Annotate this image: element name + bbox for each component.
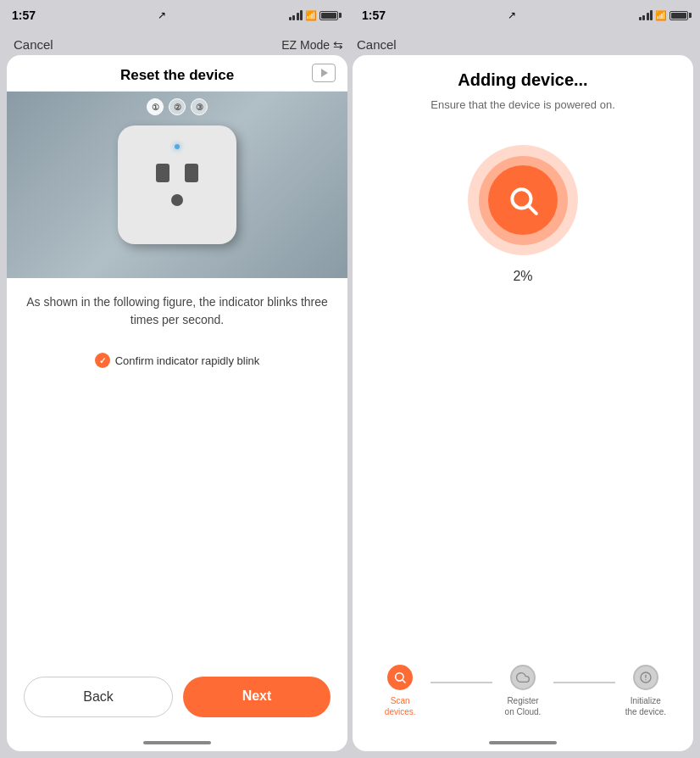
step-connector-2 bbox=[553, 682, 614, 683]
ez-mode-icon: ⇆ bbox=[333, 38, 343, 52]
step-cloud-icon bbox=[510, 665, 536, 690]
right-panel: Adding device... Ensure that the device … bbox=[353, 55, 693, 751]
search-icon bbox=[507, 184, 539, 216]
plug-slots bbox=[156, 164, 198, 182]
left-wifi-icon: 📶 bbox=[305, 10, 317, 21]
confirm-row: ✓ Confirm indicator rapidly blink bbox=[7, 344, 347, 376]
svg-line-1 bbox=[529, 206, 536, 214]
right-signal-group: 📶 bbox=[639, 10, 689, 21]
left-signal-bars bbox=[289, 10, 303, 20]
step-scan-icon bbox=[387, 665, 413, 690]
step-dot-1: ① bbox=[147, 98, 164, 115]
step-initialize-device: Initializethe device. bbox=[615, 665, 676, 717]
plug-led-indicator bbox=[175, 144, 180, 149]
main-area: Reset the device ① ② ③ bbox=[0, 55, 700, 758]
right-battery-icon bbox=[669, 11, 688, 20]
device-image-area: ① ② ③ bbox=[7, 92, 347, 278]
description-text: As shown in the following figure, the in… bbox=[7, 278, 347, 344]
left-panel: Reset the device ① ② ③ bbox=[7, 55, 347, 751]
progress-percentage: 2% bbox=[513, 269, 532, 284]
right-arrow-icon: ↗ bbox=[508, 9, 516, 21]
left-time: 1:57 bbox=[12, 8, 36, 22]
search-circle-middle bbox=[479, 156, 568, 245]
step-connector-1 bbox=[431, 682, 492, 683]
right-time: 1:57 bbox=[362, 8, 386, 22]
search-circle-inner bbox=[488, 165, 558, 235]
step-init-label: Initializethe device. bbox=[625, 695, 666, 717]
reset-device-title: Reset the device bbox=[120, 67, 234, 84]
right-status-bar: 1:57 ↗ 📶 bbox=[350, 0, 700, 31]
right-home-indicator bbox=[353, 734, 693, 751]
step-init-icon bbox=[633, 665, 658, 690]
device-image-bg bbox=[7, 92, 347, 278]
plug-ground bbox=[171, 194, 183, 206]
left-cancel-button[interactable]: Cancel bbox=[14, 37, 53, 52]
powered-on-subtitle: Ensure that the device is powered on. bbox=[353, 95, 693, 120]
search-circle-outer bbox=[468, 145, 578, 255]
step-dot-3: ③ bbox=[191, 98, 208, 115]
left-signal-group: 📶 bbox=[289, 10, 339, 21]
back-button[interactable]: Back bbox=[24, 677, 173, 717]
nav-bars: Cancel EZ Mode ⇆ Cancel bbox=[0, 31, 700, 55]
confirm-check-icon: ✓ bbox=[95, 353, 110, 368]
step-register-cloud: Registeron Cloud. bbox=[492, 665, 553, 717]
bottom-buttons: Back Next bbox=[7, 666, 347, 734]
video-icon[interactable] bbox=[312, 64, 336, 82]
next-button[interactable]: Next bbox=[183, 677, 331, 717]
right-cancel-button[interactable]: Cancel bbox=[357, 37, 397, 52]
plug-slot-right bbox=[185, 164, 198, 182]
status-bars: 1:57 ↗ 📶 1:57 ↗ 📶 bbox=[0, 0, 700, 31]
plug-slot-left bbox=[156, 164, 169, 182]
left-battery-icon bbox=[319, 11, 338, 20]
left-status-bar: 1:57 ↗ 📶 bbox=[0, 0, 350, 31]
svg-line-3 bbox=[403, 680, 405, 683]
left-home-indicator bbox=[7, 734, 347, 751]
confirm-label: Confirm indicator rapidly blink bbox=[115, 354, 260, 367]
step-scan-label: Scandevices. bbox=[385, 695, 416, 717]
right-signal-bars bbox=[639, 10, 653, 20]
left-arrow-icon: ↗ bbox=[158, 9, 166, 21]
progress-steps: Scandevices. Registeron Cloud. bbox=[353, 631, 693, 734]
ez-mode-label: EZ Mode bbox=[281, 38, 330, 52]
plug-illustration bbox=[118, 125, 236, 244]
left-nav: Cancel EZ Mode ⇆ bbox=[7, 34, 350, 55]
right-nav: Cancel bbox=[350, 34, 693, 55]
right-home-bar bbox=[489, 741, 557, 744]
step-indicators: ① ② ③ bbox=[147, 98, 208, 115]
ez-mode-button[interactable]: EZ Mode ⇆ bbox=[281, 38, 343, 52]
right-wifi-icon: 📶 bbox=[655, 10, 667, 21]
step-cloud-label: Registeron Cloud. bbox=[505, 695, 542, 717]
left-panel-header: Reset the device bbox=[7, 55, 347, 92]
step-dot-2: ② bbox=[169, 98, 186, 115]
step-scan-devices: Scandevices. bbox=[369, 665, 431, 717]
left-home-bar bbox=[143, 741, 211, 744]
search-area: 2% bbox=[353, 120, 693, 301]
adding-device-title: Adding device... bbox=[353, 55, 693, 95]
